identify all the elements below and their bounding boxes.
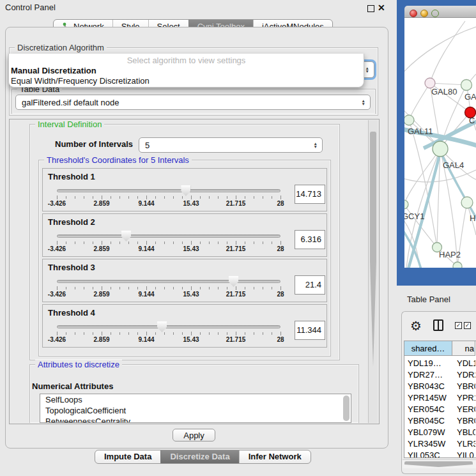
cell: YDL1 [452, 358, 475, 369]
horizontal-scrollbar-thumb[interactable] [404, 461, 473, 467]
cyni-bottom-tabbar: Impute Data Discretize Data Infer Networ… [95, 450, 311, 464]
float-window-icon[interactable] [367, 5, 374, 12]
table-row[interactable]: YER054CYER0 [404, 404, 476, 415]
node-table: shared…na YDL19…YDL1 YDR27…YDR2 YBR043CY… [404, 341, 476, 458]
tab-impute-data[interactable]: Impute Data [95, 450, 160, 463]
cell: YBR0 [452, 415, 475, 427]
slider-ticks [57, 196, 281, 199]
table-header-row: shared…na [404, 341, 476, 358]
network-node[interactable] [453, 262, 462, 268]
network-node[interactable] [433, 141, 448, 157]
table-data-combobox[interactable]: galFiltered.sif default node ▲▼ [15, 95, 371, 110]
slider-ticks [57, 332, 281, 335]
threshold-2-value-field[interactable]: 6.316 [295, 230, 325, 249]
threshold-4-slider-thumb[interactable] [157, 321, 167, 332]
apply-button[interactable]: Apply [173, 429, 215, 441]
table-row[interactable]: YBR043CYBR0 [404, 381, 476, 392]
network-edge[interactable] [404, 170, 476, 182]
network-edge[interactable] [430, 21, 465, 83]
close-icon[interactable]: ✕ [378, 3, 385, 13]
minimize-traffic-light[interactable] [420, 10, 428, 17]
network-node[interactable] [404, 115, 414, 125]
slider-tick-labels: -3.4262.8599.14415.4321.71528 [43, 291, 328, 298]
cell: YDR2 [452, 369, 475, 381]
threshold-1-panel: Threshold 1 -3.4262.8599.14415.4321.7152… [42, 168, 327, 211]
threshold-2-slider-thumb[interactable] [121, 231, 131, 242]
network-edge[interactable] [404, 27, 476, 75]
algorithm-dropdown-popup: Select algorithm to view settings Manual… [8, 54, 364, 88]
split-columns-icon[interactable] [433, 319, 443, 331]
dropdown-option-manual[interactable]: Manual Discretization [11, 66, 96, 75]
table-row[interactable]: YLR345WYLR3 [404, 438, 476, 450]
tab-infer-network-label: Infer Network [249, 450, 302, 463]
cell: YDR27… [404, 369, 452, 381]
gear-icon[interactable]: ⚙ [410, 318, 422, 334]
network-canvas[interactable]: GAL80GACGAL11GAL4GCY1HHAP2 [404, 18, 476, 268]
close-traffic-light[interactable] [410, 10, 417, 17]
network-node-label: C [469, 116, 475, 125]
table-row[interactable]: YIL053CYIL0 [404, 450, 476, 457]
vertical-scrollbar-thumb[interactable] [370, 132, 376, 367]
number-of-intervals-value: 5 [145, 141, 150, 150]
network-node-label: GAL4 [443, 160, 464, 170]
cell: YLR345W [404, 438, 452, 450]
threshold-4-value-field[interactable]: 11.344 [295, 321, 325, 340]
table-row[interactable]: YBR045CYBR0 [404, 415, 476, 427]
threshold-1-label: Threshold 1 [48, 172, 95, 181]
threshold-4-slider-track[interactable] [57, 325, 280, 328]
network-node-label: GAL80 [431, 87, 457, 96]
list-item[interactable]: SelfLoops [40, 394, 351, 405]
column-header-name[interactable]: na [452, 341, 475, 356]
cell: YIL0 [452, 450, 475, 457]
threshold-1-value-field[interactable]: 14.713 [295, 185, 325, 204]
list-item[interactable]: TopologicalCoefficient [40, 405, 351, 416]
tab-infer-network[interactable]: Infer Network [239, 450, 311, 463]
maximize-traffic-light[interactable] [431, 10, 439, 17]
network-node[interactable] [461, 197, 473, 208]
horizontal-scrollbar[interactable] [403, 459, 476, 468]
tab-discretize-data[interactable]: Discretize Data [160, 450, 238, 463]
threshold-3-slider-track[interactable] [57, 280, 280, 283]
cell: YER0 [452, 404, 475, 415]
numerical-attributes-label: Numerical Attributes [32, 381, 113, 391]
list-scrollbar-thumb[interactable] [343, 395, 349, 421]
table-row[interactable]: YDR27…YDR2 [404, 369, 476, 381]
cell: YBL079W [404, 427, 452, 438]
table-row[interactable]: YBL079WYBL0 [404, 427, 476, 438]
network-edge[interactable] [409, 83, 430, 120]
network-node[interactable] [404, 200, 408, 209]
network-graph[interactable]: GAL80GACGAL11GAL4GCY1HHAP2 [404, 18, 476, 268]
thresholds-group-title: Threshold's Coordinates for 5 Intervals [44, 155, 192, 165]
cell: YPR145W [404, 392, 452, 404]
slider-tick-labels: -3.4262.8599.14415.4321.71528 [43, 200, 328, 208]
combo-arrows-icon: ▲▼ [362, 99, 365, 105]
vertical-scrollbar[interactable] [368, 120, 378, 423]
threshold-2-panel: Threshold 2 -3.4262.8599.14415.4321.7152… [42, 213, 327, 257]
dropdown-option-equal-width[interactable]: Equal Width/Frequency Discretization [11, 76, 150, 86]
control-panel-title: Control Panel [5, 3, 56, 12]
threshold-3-value-field[interactable]: 21.4 [295, 275, 325, 295]
numerical-attributes-list[interactable]: SelfLoops TopologicalCoefficient Between… [40, 394, 351, 423]
number-of-intervals-combobox[interactable]: 5 ▲▼ [139, 137, 323, 153]
cell: YPR1 [452, 392, 475, 404]
threshold-3-slider-thumb[interactable] [229, 276, 238, 287]
threshold-2-slider-track[interactable] [57, 234, 280, 238]
network-window-titlebar[interactable] [404, 6, 476, 18]
network-node[interactable] [461, 80, 472, 91]
column-header-shared-name[interactable]: shared… [404, 341, 452, 356]
list-item[interactable]: BetweennessCentrality [40, 416, 351, 423]
cell: YDL19… [404, 358, 452, 369]
combo-arrows-icon: ▲▼ [365, 66, 369, 73]
cell: YBR0 [452, 381, 475, 392]
threshold-3-label: Threshold 3 [48, 263, 95, 272]
slider-tick-labels: -3.4262.8599.14415.4321.71528 [43, 336, 328, 344]
interval-definition-title: Interval Definition [35, 119, 104, 129]
checkbox-icon[interactable]: ✓ [455, 322, 462, 329]
checkbox-icon[interactable]: ✓ [464, 322, 471, 329]
table-row[interactable]: YDL19…YDL1 [404, 358, 476, 369]
threshold-1-slider-track[interactable] [57, 189, 280, 192]
table-panel-toolbar: ⚙ ✓ ✓ [401, 314, 476, 340]
table-row[interactable]: YPR145WYPR1 [404, 392, 476, 404]
threshold-1-slider-thumb[interactable] [181, 185, 190, 196]
slider-tick-labels: -3.4262.8599.14415.4321.71528 [43, 245, 328, 253]
